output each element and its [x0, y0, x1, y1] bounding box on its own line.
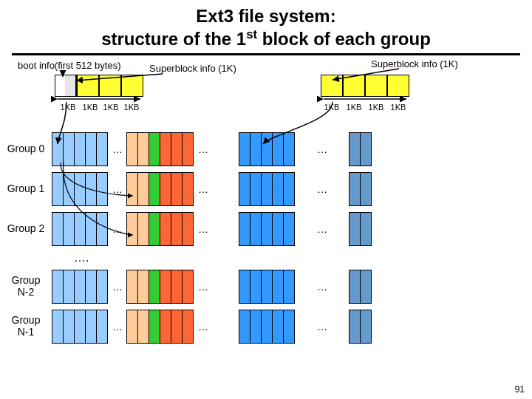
block-icon	[126, 212, 138, 246]
block-icon	[272, 132, 284, 166]
block-icon	[239, 270, 250, 304]
block-icon	[261, 212, 273, 246]
table-row: Group 2 … … …	[0, 209, 532, 249]
block-icon	[137, 172, 149, 206]
block-icon	[261, 132, 273, 166]
top-right-block2	[365, 75, 387, 97]
block-icon	[74, 132, 86, 166]
block-icon	[283, 310, 295, 344]
block-icon	[272, 310, 284, 344]
kb-label: 1KB	[56, 103, 80, 112]
superblock-half-icon	[65, 75, 76, 97]
block-icon	[85, 132, 97, 166]
ellipsis-icon: …	[194, 132, 213, 166]
row-bar: … … …	[52, 132, 372, 166]
block-icon	[160, 132, 171, 166]
block-icon	[360, 212, 372, 246]
block-icon	[137, 212, 149, 246]
block-icon	[171, 212, 183, 246]
ellipsis-icon: …	[108, 270, 127, 304]
block-icon	[126, 132, 138, 166]
row-bar: … … …	[52, 310, 372, 344]
block-icon	[182, 132, 194, 166]
block-icon	[261, 172, 273, 206]
under-labels-left: 1KB 1KB 1KB 1KB	[56, 103, 142, 112]
block-icon	[171, 270, 183, 304]
block-icon	[85, 172, 97, 206]
block-icon	[52, 132, 64, 166]
ellipsis-icon: …	[313, 212, 332, 246]
block-icon	[149, 172, 160, 206]
group-label-text: Group	[12, 274, 41, 286]
block-icon	[96, 132, 108, 166]
block-icon	[349, 310, 361, 344]
block-icon	[149, 310, 160, 344]
block-icon	[160, 270, 171, 304]
top-right-blocks	[321, 75, 409, 97]
group-label-0: Group 0	[0, 143, 52, 154]
title-line1: Ext3 file system:	[196, 6, 335, 26]
block-icon	[96, 310, 108, 344]
block-icon	[349, 212, 361, 246]
block-icon	[52, 310, 64, 344]
ellipsis-icon: …	[313, 132, 332, 166]
boot-info-label: boot info(first 512 bytes)	[18, 60, 120, 71]
block-icon	[272, 270, 284, 304]
block-icon	[349, 172, 361, 206]
table-row: Group N-1 … … …	[0, 307, 532, 347]
kb-label: 1KB	[121, 103, 142, 112]
block-icon	[360, 310, 372, 344]
block-icon	[360, 132, 372, 166]
block-icon	[63, 172, 75, 206]
block-icon	[74, 212, 86, 246]
block-icon	[283, 212, 295, 246]
block-icon	[349, 270, 361, 304]
block-icon	[182, 172, 194, 206]
block-icon	[137, 132, 149, 166]
block-icon	[250, 172, 262, 206]
row-bar: … … …	[52, 172, 372, 206]
block-icon	[52, 172, 64, 206]
superblock-label-right: Superblock info (1K)	[371, 58, 458, 69]
block-icon	[171, 172, 183, 206]
group-label-text: N-1	[18, 326, 35, 338]
block-icon	[85, 270, 97, 304]
block-icon	[239, 212, 250, 246]
block-icon	[250, 132, 262, 166]
block-icon	[126, 270, 138, 304]
block-icon	[126, 310, 138, 344]
row-bar: … … …	[52, 212, 372, 246]
block-icon	[149, 212, 160, 246]
title-line2-sup: st	[246, 27, 257, 41]
page-title: Ext3 file system: structure of the 1st b…	[0, 0, 532, 52]
block-icon	[74, 172, 86, 206]
block-icon	[360, 172, 372, 206]
top-left-block3	[121, 75, 143, 97]
block-icon	[250, 270, 262, 304]
ellipsis-icon: …	[313, 310, 332, 344]
group-label-1: Group 1	[0, 183, 52, 194]
block-icon	[182, 310, 194, 344]
block-icon	[96, 172, 108, 206]
title-underline	[12, 53, 520, 55]
top-left-block2	[99, 75, 121, 97]
kb-label: 1KB	[80, 103, 100, 112]
block-icon	[137, 310, 149, 344]
ellipsis-icon: …	[108, 310, 127, 344]
group-label-2: Group 2	[0, 223, 52, 234]
block-icon	[182, 270, 194, 304]
block-icon	[360, 270, 372, 304]
top-right-block0	[321, 75, 343, 97]
block-icon	[239, 132, 250, 166]
block-icon	[63, 212, 75, 246]
block-icon	[85, 310, 97, 344]
block-icon	[239, 310, 250, 344]
block-icon	[239, 172, 250, 206]
block-icon	[96, 270, 108, 304]
block-icon	[250, 212, 262, 246]
group-label-text: N-2	[18, 286, 35, 298]
row-bar: … … …	[52, 270, 372, 304]
block-icon	[261, 270, 273, 304]
group-label-n2: Group N-2	[0, 275, 52, 298]
block-icon	[63, 132, 75, 166]
